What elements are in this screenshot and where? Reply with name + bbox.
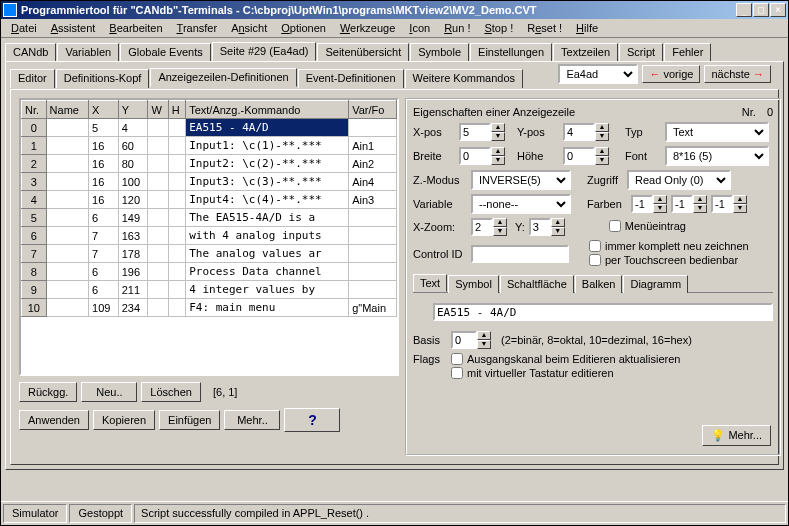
more-props-button[interactable]: 💡 Mehr... <box>702 425 771 446</box>
tab-seite-29-ea4ad-[interactable]: Seite #29 (Ea4ad) <box>212 42 317 61</box>
col-header[interactable]: Nr. <box>22 101 47 119</box>
touchscreen-check[interactable] <box>589 254 601 266</box>
menu-assistent[interactable]: Assistent <box>45 21 102 35</box>
more-button[interactable]: Mehr.. <box>224 410 280 430</box>
menu-transfer[interactable]: Transfer <box>171 21 224 35</box>
tab-seiten-bersicht[interactable]: Seitenübersicht <box>317 43 409 62</box>
paste-button[interactable]: Einfügen <box>159 410 220 430</box>
col-header[interactable]: Y <box>118 101 148 119</box>
status-stopped[interactable]: Gestoppt <box>69 504 132 523</box>
menu-icon[interactable]: Icon <box>403 21 436 35</box>
table-row[interactable]: 316100Input3: \c(3)-**.***Ain4 <box>22 173 397 191</box>
table-row[interactable]: 962114 integer values by <box>22 281 397 299</box>
menu-werkzeuge[interactable]: Werkzeuge <box>334 21 401 35</box>
tab-script[interactable]: Script <box>619 43 663 62</box>
xzoom-input[interactable] <box>471 218 493 236</box>
variable-select[interactable]: --none-- <box>471 194 571 214</box>
tab-schaltfl-che[interactable]: Schaltfläche <box>500 275 574 293</box>
apply-button[interactable]: Anwenden <box>19 410 89 430</box>
col-header[interactable]: X <box>89 101 119 119</box>
flag-output-check[interactable] <box>451 353 463 365</box>
font-label: Font <box>625 150 661 162</box>
menu-optionen[interactable]: Optionen <box>275 21 332 35</box>
page-select[interactable]: Ea4ad <box>558 64 638 84</box>
farbe3-input[interactable] <box>711 195 733 213</box>
minimize-button[interactable]: _ <box>736 3 752 17</box>
table-row[interactable]: 67163with 4 analog inputs <box>22 227 397 245</box>
controlid-input[interactable] <box>471 245 569 263</box>
font-select[interactable]: 8*16 (5) <box>665 146 769 166</box>
menu-bearbeiten[interactable]: Bearbeiten <box>103 21 168 35</box>
xpos-down[interactable]: ▼ <box>491 132 505 141</box>
table-row[interactable]: 054EA515 - 4A/D <box>22 119 397 137</box>
tab-anzeigezeilen-definitionen[interactable]: Anzeigezeilen-Definitionen <box>150 68 296 87</box>
table-row[interactable]: 11660Input1: \c(1)-**.***Ain1 <box>22 137 397 155</box>
tab-diagramm[interactable]: Diagramm <box>623 275 688 293</box>
help-button[interactable]: ? <box>284 408 340 432</box>
farbe1-input[interactable] <box>631 195 653 213</box>
table-row[interactable]: 77178The analog values ar <box>22 245 397 263</box>
tab-symbol[interactable]: Symbol <box>448 275 499 293</box>
delete-button[interactable]: Löschen <box>141 382 201 402</box>
menu-reset[interactable]: Reset ! <box>521 21 568 35</box>
tab-variablen[interactable]: Variablen <box>57 43 119 62</box>
table-row[interactable]: 86196Process Data channel <box>22 263 397 281</box>
xpos-input[interactable] <box>459 123 491 141</box>
ypos-input[interactable] <box>563 123 595 141</box>
next-page-button[interactable]: nächste → <box>704 65 771 83</box>
col-header[interactable]: H <box>168 101 185 119</box>
arrow-left-icon: ← <box>649 68 660 80</box>
tab-text[interactable]: Text <box>413 274 447 292</box>
typ-select[interactable]: Text <box>665 122 769 142</box>
table-row[interactable]: 10109234F4: main menug"Main <box>22 299 397 317</box>
redraw-check[interactable] <box>589 240 601 252</box>
tab-einstellungen[interactable]: Einstellungen <box>470 43 552 62</box>
tab-definitions-kopf[interactable]: Definitions-Kopf <box>56 69 150 88</box>
breite-input[interactable] <box>459 147 491 165</box>
text-value-input[interactable] <box>433 303 773 321</box>
col-header[interactable]: Name <box>46 101 88 119</box>
col-header[interactable]: W <box>148 101 168 119</box>
status-simulator[interactable]: Simulator <box>3 504 67 523</box>
undo-button[interactable]: Rückgg. <box>19 382 77 402</box>
copy-button[interactable]: Kopieren <box>93 410 155 430</box>
zugriff-select[interactable]: Read Only (0) <box>627 170 731 190</box>
main-tabs: CANdbVariablenGlobale EventsSeite #29 (E… <box>1 38 788 61</box>
new-button[interactable]: Neu.. <box>81 382 137 402</box>
tab-weitere-kommandos[interactable]: Weitere Kommandos <box>405 69 524 88</box>
menu-run[interactable]: Run ! <box>438 21 476 35</box>
flag-virtkbd-check[interactable] <box>451 367 463 379</box>
yzoom-input[interactable] <box>529 218 551 236</box>
menueintrag-check[interactable] <box>609 220 621 232</box>
menu-datei[interactable]: Datei <box>5 21 43 35</box>
tab-balken[interactable]: Balken <box>575 275 623 293</box>
basis-label: Basis <box>413 334 447 346</box>
tab-symbole[interactable]: Symbole <box>410 43 469 62</box>
xpos-up[interactable]: ▲ <box>491 123 505 132</box>
farben-label: Farben <box>587 198 627 210</box>
table-row[interactable]: 416120Input4: \c(4)-**.***Ain3 <box>22 191 397 209</box>
hoehe-input[interactable] <box>563 147 595 165</box>
maximize-button[interactable]: □ <box>753 3 769 17</box>
col-header[interactable]: Text/Anzg.-Kommando <box>186 101 349 119</box>
farbe2-input[interactable] <box>671 195 693 213</box>
tab-fehler[interactable]: Fehler <box>664 43 711 62</box>
display-lines-grid[interactable]: Nr.NameXYWHText/Anzg.-KommandoVar/Fo054E… <box>19 98 399 376</box>
basis-input[interactable] <box>451 331 477 349</box>
menu-hilfe[interactable]: Hilfe <box>570 21 604 35</box>
prev-page-button[interactable]: ← vorige <box>642 65 700 83</box>
tab-event-definitionen[interactable]: Event-Definitionen <box>298 69 404 88</box>
col-header[interactable]: Var/Fo <box>349 101 397 119</box>
close-button[interactable]: × <box>770 3 786 17</box>
menu-stop[interactable]: Stop ! <box>478 21 519 35</box>
table-row[interactable]: 56149The EA515-4A/D is a <box>22 209 397 227</box>
tab-globale-events[interactable]: Globale Events <box>120 43 211 62</box>
table-row[interactable]: 21680Input2: \c(2)-**.***Ain2 <box>22 155 397 173</box>
tab-candb[interactable]: CANdb <box>5 43 56 62</box>
zmodus-select[interactable]: INVERSE(5) <box>471 170 571 190</box>
tab-textzeilen[interactable]: Textzeilen <box>553 43 618 62</box>
tab-editor[interactable]: Editor <box>10 69 55 88</box>
menu-ansicht[interactable]: Ansicht <box>225 21 273 35</box>
arrow-right-icon: → <box>753 68 764 80</box>
ypos-label: Y-pos <box>517 126 559 138</box>
